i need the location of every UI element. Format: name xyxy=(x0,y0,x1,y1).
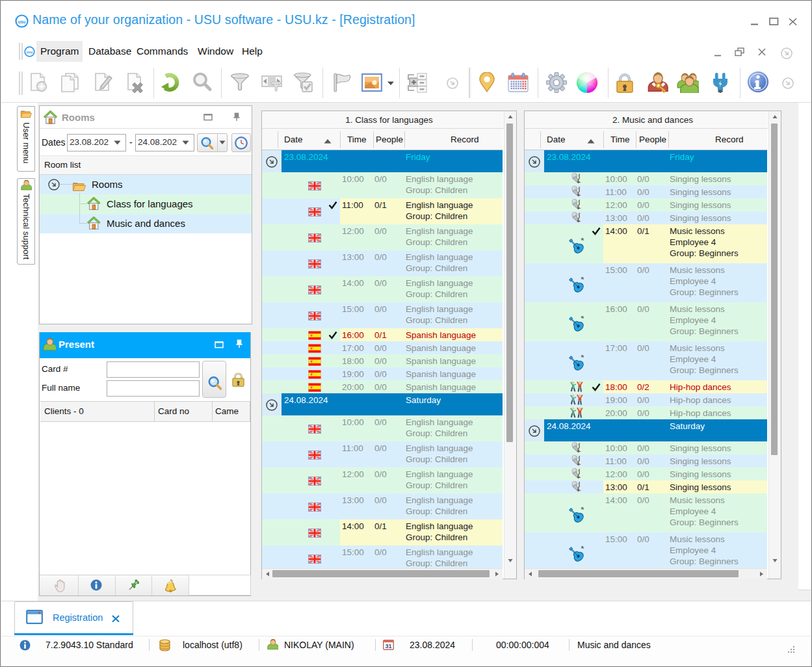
svg-text:31: 31 xyxy=(385,643,391,649)
svg-text:usu: usu xyxy=(18,20,26,24)
svg-text:usu: usu xyxy=(27,50,33,54)
